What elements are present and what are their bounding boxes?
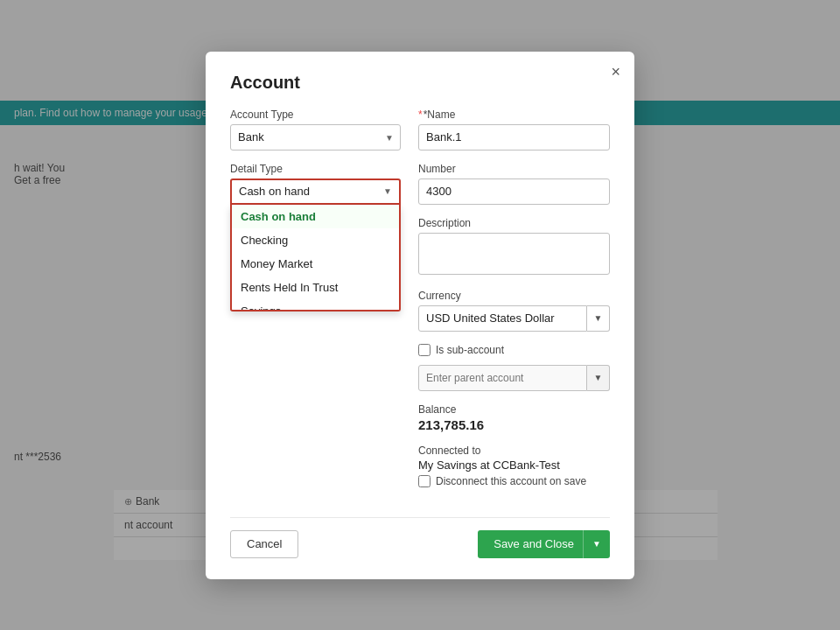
save-button-label: Save and Close [494,537,583,550]
parent-account-row: ▼ [418,365,610,391]
number-input[interactable] [418,178,610,205]
form-col-right: *Name Number Description Currency [418,108,610,500]
dropdown-item-money-market[interactable]: Money Market [232,252,399,276]
currency-input[interactable] [418,305,587,332]
sub-account-label: Is sub-account [436,344,504,356]
currency-group: Currency ▼ [418,290,610,332]
detail-type-selected[interactable]: Cash on hand ▼ [230,178,401,205]
detail-type-label: Detail Type [230,163,401,175]
dropdown-list-inner: Cash on hand Checking Money Market Rents… [232,205,399,310]
balance-label: Balance [418,403,610,416]
number-group: Number [418,163,610,205]
modal-title: Account [230,73,610,93]
detail-type-group: Detail Type Cash on hand ▼ Cash on hand … [230,163,401,205]
connected-to-label: Connected to [418,444,610,457]
connected-to-group: Connected to My Savings at CCBank-Test D… [418,444,610,487]
account-type-select[interactable]: Bank Credit Card Cash [230,124,401,150]
dropdown-item-savings[interactable]: Savings [232,299,399,310]
balance-group: Balance 213,785.16 [418,403,610,432]
description-input[interactable] [418,233,610,275]
form-col-left: Account Type Bank Credit Card Cash ▼ Det… [230,108,401,500]
currency-dropdown-button[interactable]: ▼ [587,305,610,332]
detail-type-select-container: Cash on hand ▼ Cash on hand Checking Mon… [230,178,401,205]
modal-footer: Cancel Save and Close ▼ [230,517,610,558]
dropdown-item-rents-held[interactable]: Rents Held In Trust [232,276,399,299]
currency-label: Currency [418,290,610,302]
modal-overlay: × Account Account Type Bank Credit Card … [0,0,840,630]
sub-account-checkbox[interactable] [418,344,430,356]
balance-value: 213,785.16 [418,417,610,432]
account-type-label: Account Type [230,108,401,121]
close-button[interactable]: × [611,64,620,80]
cancel-button[interactable]: Cancel [230,530,298,558]
description-label: Description [418,217,610,229]
save-close-button[interactable]: Save and Close ▼ [478,530,610,558]
detail-type-value: Cash on hand [239,185,383,198]
account-modal: × Account Account Type Bank Credit Card … [206,52,634,579]
disconnect-row: Disconnect this account on save [418,475,610,487]
account-type-group: Account Type Bank Credit Card Cash ▼ [230,108,401,150]
save-button-arrow-icon[interactable]: ▼ [584,530,610,558]
detail-type-arrow-icon: ▼ [383,186,392,196]
currency-select-wrapper: ▼ [418,305,610,332]
detail-type-dropdown: Cash on hand Checking Money Market Rents… [230,205,401,312]
disconnect-label: Disconnect this account on save [436,475,586,487]
form-layout: Account Type Bank Credit Card Cash ▼ Det… [230,108,610,500]
disconnect-checkbox[interactable] [418,475,430,487]
dropdown-item-cash-on-hand[interactable]: Cash on hand [232,205,399,228]
account-type-select-wrapper: Bank Credit Card Cash ▼ [230,124,401,150]
connected-to-value: My Savings at CCBank-Test [418,458,610,472]
name-input[interactable] [418,124,610,150]
sub-account-row: Is sub-account [418,344,610,356]
description-group: Description [418,217,610,277]
name-group: *Name [418,108,610,150]
parent-account-dropdown-button[interactable]: ▼ [587,365,610,391]
number-label: Number [418,163,610,175]
dropdown-item-checking[interactable]: Checking [232,228,399,252]
name-label: *Name [418,108,610,121]
parent-account-input[interactable] [418,365,587,391]
